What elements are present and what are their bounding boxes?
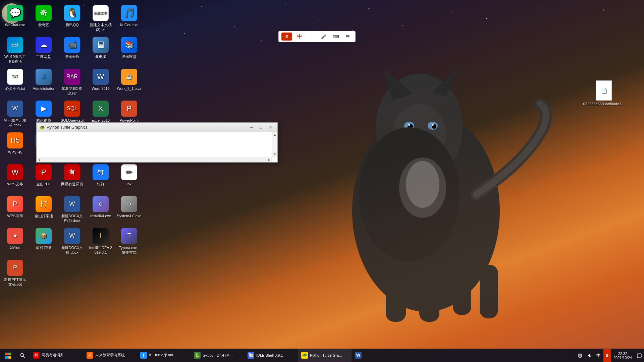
word-taskbar-icon: W: [355, 352, 362, 359]
desktop-icon-youdao[interactable]: 有 网易有道词典: [59, 163, 86, 193]
wpstxt-icon: W: [7, 164, 23, 180]
turtle-minimize-button[interactable]: ─: [247, 124, 256, 131]
taskbar-app-word[interactable]: W: [352, 349, 405, 362]
start-button[interactable]: [0, 349, 16, 362]
desktop-icon-txmeeting[interactable]: 📹 腾讯会议: [59, 35, 86, 65]
search-icon: [20, 353, 25, 358]
taskbar-notification-button[interactable]: [635, 349, 644, 362]
taskbar-sogou-icon[interactable]: S: [603, 349, 611, 362]
taskbar-app-idle[interactable]: 🐚 IDLE Shell 3.9.1: [244, 349, 298, 362]
desktop-icon-ch1test[interactable]: W 第一章单元测试.docx: [2, 99, 29, 129]
desktop-icon-win10[interactable]: 激活 Win10激活工具&驱动: [2, 35, 29, 65]
scroll-left-btn[interactable]: ◄: [37, 157, 42, 163]
desktop-icon-newdocx2[interactable]: W 新建DOCX文档(2).docx: [59, 194, 86, 225]
turtle-window-controls: ─ □ ✕: [247, 124, 275, 131]
scroll-up-btn[interactable]: ▲: [272, 132, 277, 137]
windows-logo-icon: [5, 353, 11, 359]
svg-point-9: [452, 11, 453, 12]
kugou-icon: 🎵: [121, 5, 137, 21]
taskbar-app-turtle-md[interactable]: T 8.1 turtle库.md·...: [137, 349, 191, 362]
scroll-track-v: [272, 137, 277, 152]
desktop-icon-newdocx[interactable]: W 新建DOCX文稿.docx: [59, 226, 86, 256]
desktop-icon-kugou[interactable]: 🎵 KuGou.exe: [116, 3, 143, 34]
taskbar-clock[interactable]: 22:32 2021/10/24: [611, 349, 635, 362]
desktop-icon-softmgr[interactable]: 📦 软件管理: [30, 226, 57, 256]
turtle-close-button[interactable]: ✕: [266, 124, 275, 131]
taskbar-input-method[interactable]: 中: [594, 349, 603, 362]
taskbar-app-turtle-gra[interactable]: 🐢 Python Turtle Gra...: [298, 349, 352, 362]
youdao-taskbar-icon: 有: [33, 352, 40, 359]
desktop-icon-xmind[interactable]: ✦ XMind: [2, 226, 29, 256]
desktop-icon-tencentqq[interactable]: 🐧 腾讯QQ: [59, 3, 86, 34]
ime-punct-toggle[interactable]: ·: [307, 33, 316, 41]
ime-keyboard-btn[interactable]: ⌨: [331, 33, 340, 41]
taskbar-app-textpy[interactable]: 🐍 text.py - D:\HTM...: [191, 349, 244, 362]
desktop-icon-xingling[interactable]: TXT 心灵小语.txt: [2, 67, 29, 97]
sogou-logo[interactable]: S: [281, 33, 292, 41]
desktop-icon-jsdzt[interactable]: 打 金山打字通: [30, 194, 57, 225]
desktop-icon-iqiyi[interactable]: 奇 爱奇艺: [30, 3, 57, 34]
ink-icon: ✏: [121, 164, 137, 180]
turtle-window: 🐢 Python Turtle Graphics ─ □ ✕ ▲ ▼ ◄ ►: [36, 122, 278, 163]
desktop-icon-typora[interactable]: T Typora.exe - 快捷方式: [116, 226, 143, 256]
typora-taskbar-icon: T: [140, 352, 147, 359]
desktop-icon-519rar[interactable]: RAR 519 第6次作业.rar: [59, 67, 86, 97]
youdao-icon: 有: [64, 164, 80, 180]
wechat-icon: 💬: [7, 5, 23, 21]
desktop-icon-jspdf[interactable]: P 金山PDF: [30, 163, 57, 193]
win10-icon: 激活: [7, 37, 23, 53]
ch1test-icon: W: [7, 101, 23, 117]
desktop-icon-install64[interactable]: ⚙ Install64.exe: [87, 194, 114, 225]
ime-chinese-toggle[interactable]: 中: [295, 33, 304, 41]
taskbar-app-youdao[interactable]: 有 网易有道词典: [30, 349, 83, 362]
system4-icon: ⚙: [121, 196, 137, 212]
desktop-icon-ink[interactable]: ✏ ink: [116, 163, 143, 193]
desktop-icon-pc[interactable]: 🖥 此电脑: [87, 35, 114, 65]
519rar-icon: RAR: [64, 69, 80, 85]
desktop-icon-wpsh5[interactable]: H5 WPS H5: [2, 131, 29, 161]
svg-rect-41: [8, 356, 11, 359]
jspdf-icon: P: [36, 164, 52, 180]
svg-point-12: [570, 15, 571, 15]
scroll-right-btn[interactable]: ►: [267, 157, 272, 163]
taskbar: 有 网易有道词典 未 未来教育学习系统... T 8.1 turtle库.md·…: [0, 349, 644, 362]
desktop-icon-idea[interactable]: I IntelliJ IDEA 2019.3.1: [87, 226, 114, 256]
future-taskbar-icon: 未: [87, 352, 93, 359]
turtle-scrollbar-vertical[interactable]: ▲ ▼: [272, 132, 277, 157]
right-file-icon: 📄: [596, 80, 612, 101]
desktop-icon-newtxt2[interactable]: 新建文本 新建文本文档(2).txt: [87, 3, 114, 34]
taskbar-app-future[interactable]: 未 未来教育学习系统...: [83, 349, 137, 362]
desktop-icon-wpstxt[interactable]: W WPS文字: [2, 163, 29, 193]
desktop-icon-newppt[interactable]: P 新建PPT演示文稿.ppt: [2, 258, 29, 288]
desktop-icon-admin[interactable]: 👤 Administrator: [30, 67, 57, 97]
txke-icon: 📚: [121, 37, 137, 53]
desktop-icon-baidudisk[interactable]: ☁ 百度网盘: [30, 35, 57, 65]
taskbar-volume-icon[interactable]: [585, 349, 594, 362]
svg-point-6: [318, 20, 319, 20]
jsdzt-icon: 打: [36, 196, 52, 212]
work-java-icon: ☕: [121, 69, 137, 85]
turtlegra-taskbar-icon: 🐢: [301, 352, 308, 359]
taskbar-system-tray: 中 S 22:32 2021/10/24: [575, 349, 644, 362]
desktop-icon-system4[interactable]: ⚙ System4.0.exe: [116, 194, 143, 225]
desktop-icon-wpspresent[interactable]: P WPS演示: [2, 194, 29, 225]
taskbar-network-icon[interactable]: [575, 349, 585, 362]
newdocx-icon: W: [64, 228, 80, 244]
svg-point-5: [285, 3, 285, 4]
desktop-icon-txke[interactable]: 📚 腾讯课堂: [116, 35, 143, 65]
desktop-icon-word2016[interactable]: W Word 2016: [87, 67, 114, 97]
desktop-icon-wechat[interactable]: 💬 WeChat.exe: [2, 3, 29, 34]
taskbar-search-button[interactable]: [16, 349, 30, 362]
desktop-icon-dingding[interactable]: 钉 钉钉: [87, 163, 114, 193]
scroll-down-btn[interactable]: ▼: [272, 152, 277, 157]
desktop-icon-work-java[interactable]: ☕ Work_5_1.java: [116, 67, 143, 97]
turtle-canvas[interactable]: ▲ ▼ ◄ ►: [37, 132, 277, 162]
ime-voice-btn[interactable]: 🎤: [319, 33, 328, 41]
ime-menu-btn[interactable]: ☰: [343, 33, 353, 41]
turtle-maximize-button[interactable]: □: [257, 124, 265, 131]
desktop-icon-right-file[interactable]: 📄 082538d6583bdf0ade1...: [590, 80, 617, 106]
svg-rect-40: [5, 356, 8, 359]
svg-point-27: [408, 124, 410, 126]
turtle-scrollbar-horizontal[interactable]: ◄ ►: [37, 157, 272, 162]
wpspresent-icon: P: [7, 196, 23, 212]
